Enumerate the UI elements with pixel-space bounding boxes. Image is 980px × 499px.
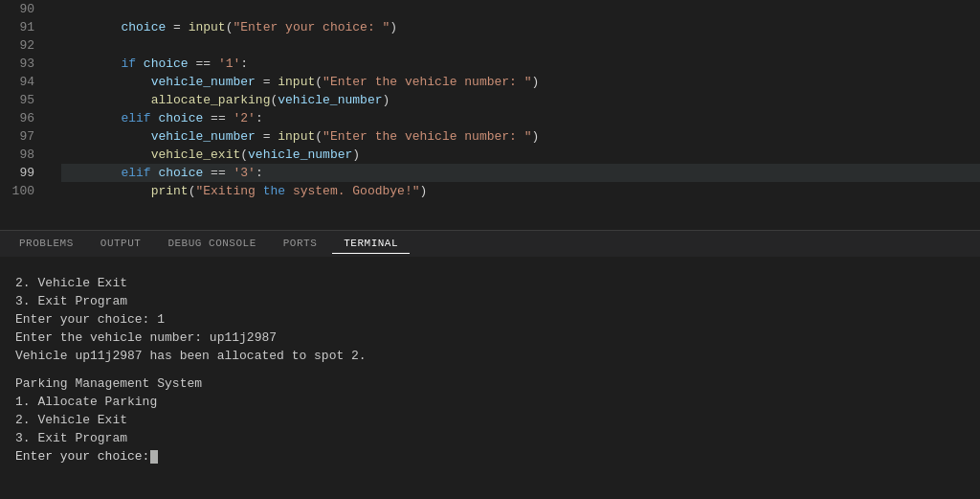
code-line-97: vehicle_number = input("Enter the vehicl…: [61, 127, 980, 146]
code-line-94: vehicle_number = input("Enter the vehicl…: [61, 73, 980, 91]
tab-problems[interactable]: PROBLEMS: [8, 234, 85, 254]
code-line-90: [61, 0, 980, 18]
terminal-line-5: Vehicle up11j2987 has been allocated to …: [15, 347, 965, 365]
code-area[interactable]: choice = input("Enter your choice: ") if…: [46, 0, 980, 230]
line-num-93: 93: [8, 55, 34, 73]
terminal-line-1: 2. Vehicle Exit: [15, 274, 965, 292]
terminal-section[interactable]: 2. Vehicle Exit 3. Exit Program Enter yo…: [0, 257, 980, 499]
terminal-line-9: 2. Vehicle Exit: [15, 411, 965, 429]
terminal-line-2: 3. Exit Program: [15, 292, 965, 310]
code-line-99: elif choice == '3':: [61, 164, 980, 182]
code-line-98: vehicle_exit(vehicle_number): [61, 146, 980, 164]
code-line-95: allocate_parking(vehicle_number): [61, 91, 980, 109]
line-numbers: 90 91 92 93 94 95 96 97 98 99 100: [0, 0, 46, 230]
line-num-91: 91: [8, 18, 34, 36]
terminal-line-empty-2: [15, 365, 965, 374]
editor-section: 90 91 92 93 94 95 96 97 98 99 100 choice…: [0, 0, 980, 230]
tab-debug-console[interactable]: DEBUG CONSOLE: [156, 234, 267, 254]
terminal-line-empty-1: [15, 264, 965, 274]
line-num-92: 92: [8, 36, 34, 55]
line-num-96: 96: [8, 109, 34, 127]
terminal-line-8: 1. Allocate Parking: [15, 393, 965, 411]
line-num-94: 94: [8, 73, 34, 91]
code-line-93: if choice == '1':: [61, 55, 980, 73]
tab-terminal[interactable]: TERMINAL: [332, 234, 410, 254]
terminal-line-4: Enter the vehicle number: up11j2987: [15, 329, 965, 347]
line-num-97: 97: [8, 127, 34, 146]
terminal-prompt: Enter your choice:: [15, 449, 149, 464]
code-line-91: choice = input("Enter your choice: "): [61, 18, 980, 36]
tab-output[interactable]: OUTPUT: [89, 234, 153, 254]
line-num-90: 90: [8, 0, 34, 18]
line-num-98: 98: [8, 146, 34, 164]
terminal-line-10: 3. Exit Program: [15, 429, 965, 447]
code-line-96: elif choice == '2':: [61, 109, 980, 127]
tab-ports[interactable]: PORTS: [272, 234, 329, 254]
terminal-cursor: [150, 450, 158, 464]
code-line-100: print("Exiting the system. Goodbye!"): [61, 182, 980, 200]
terminal-cursor-line[interactable]: Enter your choice:: [15, 447, 965, 465]
line-num-99: 99: [8, 164, 34, 182]
terminal-line-7: Parking Management System: [15, 374, 965, 393]
code-line-92: [61, 36, 980, 55]
panel-tabs: PROBLEMS OUTPUT DEBUG CONSOLE PORTS TERM…: [0, 230, 980, 257]
line-num-100: 100: [8, 182, 34, 200]
terminal-line-3: Enter your choice: 1: [15, 310, 965, 329]
line-num-95: 95: [8, 91, 34, 109]
